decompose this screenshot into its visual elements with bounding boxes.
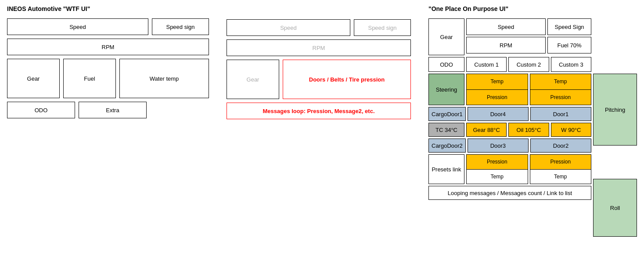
left-row-1: Speed Speed sign [7,18,209,35]
middle-messages[interactable]: Messages loop: Pression, Message2, etc. [227,103,411,119]
right-speed-sign[interactable]: Speed Sign [547,18,591,35]
right-tc[interactable]: TC 34°C [428,123,464,137]
right-pitching[interactable]: Pitching [593,74,637,146]
right-pr2[interactable]: Pression Temp [530,154,592,184]
left-extra[interactable]: Extra [79,102,147,118]
right-tp1[interactable]: Temp Pression [466,74,528,105]
right-custom1[interactable]: Custom 1 [466,57,507,72]
left-speed-sign[interactable]: Speed sign [152,18,209,35]
right-cargodoor1[interactable]: CargoDoor1 [428,107,466,121]
right-pr2-bottom: Temp [530,170,591,184]
right-gear[interactable]: Gear [428,18,464,55]
right-w90[interactable]: W 90°C [551,123,591,137]
right-fuel[interactable]: Fuel 70% [547,37,591,53]
middle-gear[interactable]: Gear [227,60,279,99]
right-tp1-bottom: Pression [467,90,528,105]
left-row-4: ODO Extra [7,102,209,118]
left-panel: INEOS Automotive "WTF UI" Speed Speed si… [7,5,209,237]
left-speed[interactable]: Speed [7,18,148,35]
right-pr1-bottom: Temp [467,170,528,184]
right-tp2-top: Temp [530,74,591,90]
middle-alert[interactable]: Doors / Belts / Tire pression [283,60,411,99]
right-tp2-bottom: Pression [530,90,591,105]
left-gear[interactable]: Gear [7,59,60,98]
right-panel: "One Place On Purpose UI" Gear Speed [428,5,637,237]
left-water-temp[interactable]: Water temp [119,59,209,98]
left-row-2: RPM [7,39,209,55]
right-custom3[interactable]: Custom 3 [551,57,591,72]
right-odo[interactable]: ODO [428,57,464,72]
right-pr1[interactable]: Pression Temp [466,154,528,184]
right-messages-bar[interactable]: Looping messages / Messages count / Link… [428,186,591,200]
middle-row-3: Gear Doors / Belts / Tire pression [227,60,411,99]
right-door4[interactable]: Door4 [468,107,529,121]
left-fuel[interactable]: Fuel [63,59,116,98]
middle-row-4: Messages loop: Pression, Message2, etc. [227,103,411,119]
right-tp2[interactable]: Temp Pression [530,74,592,105]
middle-speed-sign[interactable]: Speed sign [354,19,411,36]
left-rpm[interactable]: RPM [7,39,209,55]
right-tp1-top: Temp [467,74,528,90]
right-roll[interactable]: Roll [593,179,637,237]
middle-row-2: RPM [227,39,411,56]
right-title: "One Place On Purpose UI" [428,5,637,12]
right-pr1-top: Pression [467,155,528,170]
right-steering[interactable]: Steering [428,74,464,105]
right-rpm[interactable]: RPM [466,37,546,53]
right-door3[interactable]: Door3 [468,139,529,153]
right-presets[interactable]: Presets link [428,154,464,184]
right-door2[interactable]: Door2 [530,139,591,153]
middle-speed[interactable]: Speed [227,19,350,36]
right-pr2-top: Pression [530,155,591,170]
middle-rpm[interactable]: RPM [227,39,411,56]
left-title: INEOS Automotive "WTF UI" [7,5,209,12]
right-door1[interactable]: Door1 [530,107,591,121]
right-oil[interactable]: Oil 105°C [508,123,549,137]
right-cargodoor2[interactable]: CargoDoor2 [428,139,466,153]
middle-grid: Speed Speed sign RPM Gear Doors / Belts … [227,19,411,119]
middle-row-1: Speed Speed sign [227,19,411,36]
middle-panel: Speed Speed sign RPM Gear Doors / Belts … [227,5,411,237]
right-speed[interactable]: Speed [466,18,546,35]
left-odo[interactable]: ODO [7,102,75,118]
right-gear88[interactable]: Gear 88°C [466,123,507,137]
right-custom2[interactable]: Custom 2 [508,57,549,72]
left-row-3: Gear Fuel Water temp [7,59,209,98]
left-grid: Speed Speed sign RPM Gear Fuel [7,18,209,118]
